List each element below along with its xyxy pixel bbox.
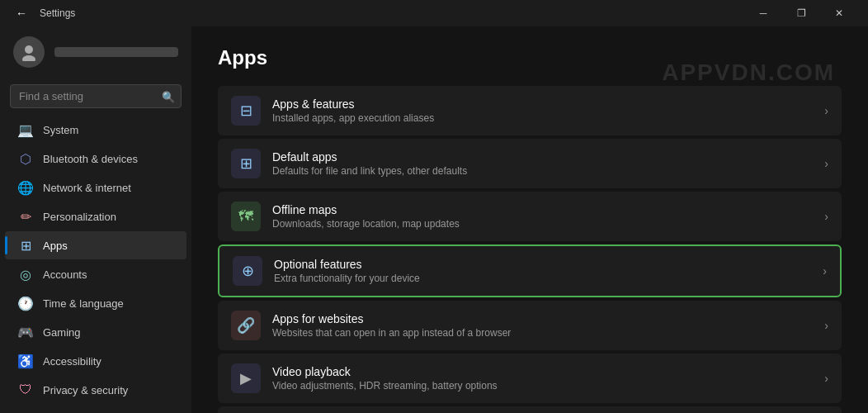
settings-item-video-playback[interactable]: ▶ Video playback Video adjustments, HDR …: [218, 354, 842, 403]
settings-icon-apps-websites: 🔗: [231, 311, 261, 340]
sidebar-item-label-gaming: Gaming: [43, 326, 81, 339]
nav-icon-bluetooth: ⬡: [18, 151, 33, 166]
settings-desc-default-apps: Defaults for file and link types, other …: [272, 165, 818, 177]
chevron-right-icon: ›: [824, 372, 828, 385]
nav-icon-personalization: ✏: [18, 209, 33, 224]
close-icon: ✕: [835, 7, 843, 19]
search-input[interactable]: [10, 84, 182, 108]
nav-icon-system: 💻: [18, 122, 33, 137]
chevron-right-icon: ›: [824, 104, 828, 117]
settings-text-apps-features: Apps & features Installed apps, app exec…: [272, 97, 818, 124]
chevron-right-icon: ›: [824, 210, 828, 223]
svg-point-0: [25, 45, 33, 54]
close-button[interactable]: ✕: [820, 0, 858, 26]
sidebar-item-personalization[interactable]: ✏ Personalization: [5, 202, 186, 230]
settings-title-optional-features: Optional features: [274, 258, 816, 271]
settings-title-apps-websites: Apps for websites: [272, 312, 818, 325]
user-profile: [0, 26, 191, 78]
settings-item-apps-features[interactable]: ⊟ Apps & features Installed apps, app ex…: [218, 86, 842, 135]
sidebar-item-time[interactable]: 🕐 Time & language: [5, 289, 186, 317]
settings-text-optional-features: Optional features Extra functionality fo…: [274, 258, 816, 284]
sidebar-item-system[interactable]: 💻 System: [5, 116, 186, 144]
settings-list: ⊟ Apps & features Installed apps, app ex…: [218, 86, 842, 413]
back-icon: ←: [16, 7, 27, 20]
settings-desc-optional-features: Extra functionality for your device: [274, 273, 816, 284]
chevron-right-icon: ›: [823, 264, 827, 278]
settings-title-video-playback: Video playback: [272, 365, 818, 378]
sidebar-item-privacy[interactable]: 🛡 Privacy & security: [5, 376, 186, 404]
restore-icon: ❐: [797, 7, 806, 19]
settings-title-default-apps: Default apps: [272, 150, 818, 164]
back-button[interactable]: ←: [10, 2, 33, 25]
avatar: [13, 36, 45, 68]
sidebar-item-label-privacy: Privacy & security: [43, 384, 128, 396]
titlebar-title: Settings: [40, 7, 75, 19]
window-controls: ─ ❐ ✕: [744, 0, 858, 26]
nav-icon-privacy: 🛡: [18, 382, 33, 397]
settings-item-default-apps[interactable]: ⊞ Default apps Defaults for file and lin…: [218, 139, 842, 188]
sidebar-item-accessibility[interactable]: ♿ Accessibility: [5, 347, 186, 375]
sidebar-item-label-bluetooth: Bluetooth & devices: [43, 153, 138, 165]
sidebar-item-apps[interactable]: ⊞ Apps: [5, 231, 186, 259]
sidebar-item-gaming[interactable]: 🎮 Gaming: [5, 318, 186, 346]
settings-desc-apps-websites: Websites that can open in an app instead…: [272, 327, 818, 339]
settings-text-default-apps: Default apps Defaults for file and link …: [272, 150, 818, 177]
settings-title-offline-maps: Offline maps: [272, 203, 818, 216]
titlebar: ← Settings ─ ❐ ✕: [0, 0, 868, 26]
sidebar-item-label-system: System: [43, 124, 78, 136]
settings-item-optional-features[interactable]: ⊕ Optional features Extra functionality …: [218, 244, 842, 297]
sidebar-item-network[interactable]: 🌐 Network & internet: [5, 173, 186, 202]
settings-desc-apps-features: Installed apps, app execution aliases: [272, 112, 818, 124]
settings-desc-video-playback: Video adjustments, HDR streaming, batter…: [272, 380, 818, 392]
sidebar-item-label-accessibility: Accessibility: [43, 355, 101, 368]
settings-title-apps-features: Apps & features: [272, 97, 818, 111]
settings-icon-apps-features: ⊟: [231, 96, 261, 126]
settings-icon-video-playback: ▶: [231, 363, 261, 393]
settings-item-startup[interactable]: ⏻ Startup Apps that start automatically …: [218, 406, 842, 413]
sidebar-item-label-personalization: Personalization: [43, 211, 116, 223]
nav-icon-gaming: 🎮: [18, 325, 33, 339]
settings-item-offline-maps[interactable]: 🗺 Offline maps Downloads, storage locati…: [218, 192, 842, 241]
settings-icon-offline-maps: 🗺: [231, 202, 261, 231]
sidebar-item-accounts[interactable]: ◎ Accounts: [5, 260, 186, 288]
sidebar-item-update[interactable]: ↻ Windows Update: [5, 405, 186, 413]
sidebar-item-bluetooth[interactable]: ⬡ Bluetooth & devices: [5, 145, 186, 173]
nav-icon-time: 🕐: [18, 296, 33, 311]
minimize-button[interactable]: ─: [744, 0, 782, 26]
svg-point-1: [22, 55, 35, 61]
sidebar-item-label-accounts: Accounts: [43, 268, 87, 281]
content-area: APPVDN.COM Apps ⊟ Apps & features Instal…: [191, 26, 868, 413]
sidebar: 🔍 💻 System ⬡ Bluetooth & devices 🌐 Netwo…: [0, 26, 191, 413]
restore-button[interactable]: ❐: [782, 0, 820, 26]
settings-text-video-playback: Video playback Video adjustments, HDR st…: [272, 365, 818, 392]
settings-desc-offline-maps: Downloads, storage location, map updates: [272, 218, 818, 230]
sidebar-item-label-network: Network & internet: [43, 182, 131, 194]
settings-text-apps-websites: Apps for websites Websites that can open…: [272, 312, 818, 339]
main-layout: 🔍 💻 System ⬡ Bluetooth & devices 🌐 Netwo…: [0, 26, 868, 413]
sidebar-nav: 💻 System ⬡ Bluetooth & devices 🌐 Network…: [0, 115, 191, 413]
settings-text-offline-maps: Offline maps Downloads, storage location…: [272, 203, 818, 230]
nav-icon-accessibility: ♿: [18, 354, 33, 368]
nav-icon-network: 🌐: [18, 180, 33, 195]
user-name-placeholder: [54, 47, 178, 57]
nav-icon-apps: ⊞: [18, 238, 33, 253]
chevron-right-icon: ›: [824, 157, 828, 170]
sidebar-item-label-time: Time & language: [43, 297, 124, 310]
settings-icon-default-apps: ⊞: [231, 149, 261, 178]
sidebar-item-label-apps: Apps: [43, 240, 68, 252]
settings-icon-optional-features: ⊕: [233, 256, 262, 286]
settings-item-apps-websites[interactable]: 🔗 Apps for websites Websites that can op…: [218, 301, 842, 350]
chevron-right-icon: ›: [824, 319, 828, 332]
nav-icon-accounts: ◎: [18, 267, 33, 282]
minimize-icon: ─: [760, 7, 767, 19]
page-title: Apps: [218, 46, 842, 69]
search-container: 🔍: [10, 84, 182, 108]
